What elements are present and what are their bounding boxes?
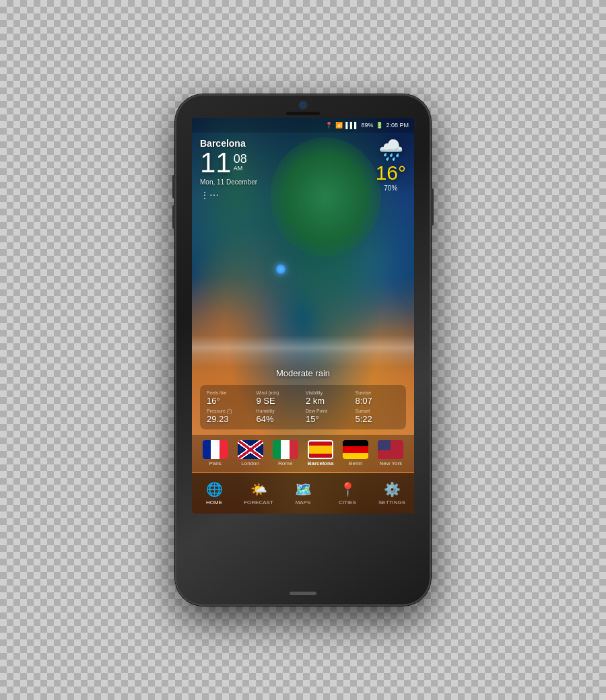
cities-icon: 📍: [339, 481, 356, 497]
sunrise-stat: Sunrise 8:07: [356, 390, 400, 406]
feels-like-label: Feels like: [207, 390, 251, 395]
weather-condition: Moderate rain: [200, 368, 406, 378]
weather-stats-grid: Feels like 16° Wind (m/s) 9 SE Visibilit…: [200, 385, 406, 429]
flag-stripe-red: [290, 440, 298, 459]
settings-icon: ⚙️: [384, 481, 401, 497]
city-newyork-label: New York: [379, 460, 402, 466]
flag-stripe-black: [343, 440, 368, 446]
forecast-nav-label: FORECAST: [244, 499, 273, 505]
flag-stripe-red: [220, 440, 228, 459]
city-london-label: London: [241, 460, 259, 466]
flag-stripe-white: [211, 440, 220, 459]
sunrise-label: Sunrise: [356, 390, 400, 395]
wifi-status-icon: 📶: [335, 122, 343, 129]
city-paris-label: Paris: [209, 460, 222, 466]
wind-label: Wind (m/s): [257, 390, 301, 395]
sunrise-value: 8:07: [356, 396, 400, 406]
time-minutes: 08: [234, 153, 247, 165]
flag-stripe-white: [281, 440, 290, 459]
home-button[interactable]: [290, 592, 316, 595]
flag-stripe-gold: [343, 453, 368, 459]
dew-point-label: Dew Point: [306, 409, 350, 413]
flag-newyork: [378, 440, 403, 459]
status-time: 2:08 PM: [386, 122, 409, 129]
city-rome[interactable]: Rome: [273, 440, 298, 466]
flag-berlin: [343, 440, 368, 459]
battery-icon: 🔋: [376, 122, 383, 129]
uk-flag: [238, 440, 263, 459]
status-bar: 📍 📶 ▌▌▌ 89% 🔋 2:08 PM: [192, 118, 414, 133]
time-hour: 11: [200, 149, 232, 177]
battery-percentage: 89%: [361, 122, 373, 129]
forecast-icon: 🌤️: [250, 481, 267, 497]
sunset-value: 5:22: [356, 414, 400, 424]
feels-like-stat: Feels like 16°: [207, 390, 251, 406]
flag-stripe-red: [343, 446, 368, 452]
italy-flag: [273, 440, 298, 459]
city-berlin-label: Berlin: [349, 460, 362, 466]
snow-caps: [192, 335, 414, 367]
phone-screen: 📍 📶 ▌▌▌ 89% 🔋 2:08 PM Barcelona 11 08 AM…: [192, 118, 414, 514]
pressure-label: Pressure (°): [207, 409, 251, 413]
pressure-value: 29.23: [207, 414, 251, 424]
flag-stripe-blue: [203, 440, 211, 459]
nav-forecast[interactable]: 🌤️ FORECAST: [236, 481, 281, 505]
pressure-stat: Pressure (°) 29.23: [207, 409, 251, 424]
power-button[interactable]: [431, 188, 434, 225]
time-details: 08 AM: [234, 149, 247, 172]
maps-nav-label: MAPS: [296, 499, 311, 505]
time-ampm: AM: [234, 165, 247, 172]
nav-settings[interactable]: ⚙️ SETTINGS: [370, 481, 414, 505]
nav-maps[interactable]: 🗺️ MAPS: [281, 481, 325, 505]
cities-strip: Paris London Rome: [192, 435, 414, 472]
sunset-label: Sunset: [356, 409, 400, 413]
nav-cities[interactable]: 📍 CITIES: [325, 481, 370, 505]
phone-bottom: [290, 592, 316, 595]
flag-stripe-green: [273, 440, 281, 459]
city-barcelona[interactable]: Barcelona: [308, 440, 334, 466]
home-nav-label: HOME: [206, 499, 222, 505]
humidity-value: 64%: [257, 414, 301, 424]
spain-flag: [309, 442, 332, 458]
nav-home[interactable]: 🌐 HOME: [192, 481, 236, 505]
germany-flag: [343, 440, 368, 459]
weather-temperature: 16°: [376, 162, 406, 184]
humidity-stat: Humidity 64%: [257, 409, 301, 424]
humidity-label: Humidity: [257, 409, 301, 413]
wind-stat: Wind (m/s) 9 SE: [257, 390, 301, 406]
cities-nav-label: CITIES: [339, 499, 356, 505]
volume-down-button[interactable]: [172, 205, 175, 229]
city-barcelona-label: Barcelona: [308, 460, 334, 466]
sunset-stat: Sunset 5:22: [356, 409, 400, 424]
dew-point-value: 15°: [306, 414, 350, 424]
weather-details: Moderate rain Feels like 16° Wind (m/s) …: [192, 368, 414, 429]
flag-bottom-red: [309, 454, 332, 458]
rain-percentage: 70%: [384, 184, 397, 192]
flag-rome: [273, 440, 298, 459]
weather-cloud-icon: 🌧️: [378, 138, 403, 162]
feels-like-value: 16°: [207, 396, 251, 406]
visibility-value: 2 km: [306, 396, 350, 406]
wind-value: 9 SE: [257, 396, 301, 406]
phone-top: [175, 94, 431, 115]
home-icon: 🌐: [206, 481, 223, 497]
weather-right-widget: 🌧️ 16° 70%: [376, 138, 406, 192]
city-berlin[interactable]: Berlin: [343, 440, 368, 466]
location-status-icon: 📍: [325, 122, 333, 129]
city-paris[interactable]: Paris: [203, 440, 228, 466]
city-london[interactable]: London: [238, 440, 263, 466]
phone-device: 📍 📶 ▌▌▌ 89% 🔋 2:08 PM Barcelona 11 08 AM…: [175, 94, 431, 606]
france-flag: [203, 440, 228, 459]
location-marker: [276, 265, 285, 274]
dew-point-stat: Dew Point 15°: [306, 409, 350, 424]
front-camera: [300, 102, 306, 108]
settings-nav-label: SETTINGS: [378, 499, 405, 505]
volume-up-button[interactable]: [172, 175, 175, 199]
earpiece-speaker: [286, 112, 320, 115]
bottom-navigation: 🌐 HOME 🌤️ FORECAST 🗺️ MAPS 📍 CITIES ⚙️ S…: [192, 473, 414, 514]
city-newyork[interactable]: New York: [378, 440, 403, 466]
flag-yellow: [309, 446, 332, 454]
visibility-label: Visibility: [306, 390, 350, 395]
flag-london: [238, 440, 263, 459]
signal-status-icon: ▌▌▌: [345, 122, 358, 129]
